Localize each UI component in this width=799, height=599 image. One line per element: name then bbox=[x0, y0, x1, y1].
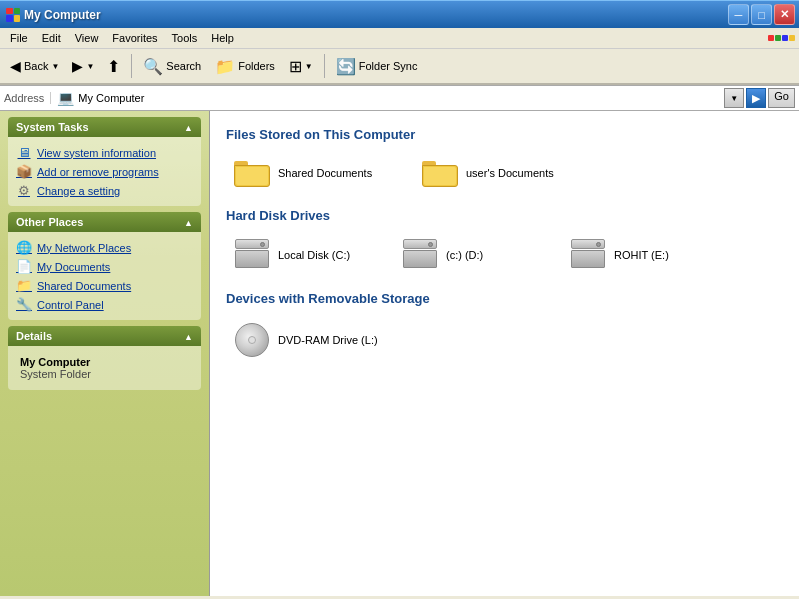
harddrives-grid: Local Disk (C:) (c:) (D:) RO bbox=[226, 235, 783, 275]
system-tasks-collapse-icon bbox=[184, 121, 193, 133]
close-button[interactable]: ✕ bbox=[774, 4, 795, 25]
address-dropdown-button[interactable]: ▼ bbox=[724, 88, 744, 108]
back-button[interactable]: ◀ Back ▼ bbox=[4, 52, 65, 80]
search-button[interactable]: 🔍 Search bbox=[137, 52, 207, 80]
back-dropdown-icon[interactable]: ▼ bbox=[51, 62, 59, 71]
shared-documents-label: Shared Documents bbox=[37, 280, 131, 292]
details-header[interactable]: Details bbox=[8, 326, 201, 346]
details-type: System Folder bbox=[14, 368, 195, 384]
sidebar: System Tasks 🖥 View system information 📦… bbox=[0, 111, 210, 596]
user-documents-item[interactable]: user's Documents bbox=[414, 154, 594, 192]
my-documents-label: My Documents bbox=[37, 261, 110, 273]
local-disk-c-label: Local Disk (C:) bbox=[278, 249, 350, 261]
folders-label: Folders bbox=[238, 60, 275, 72]
forward-dropdown-icon[interactable]: ▼ bbox=[86, 62, 94, 71]
menu-bar: File Edit View Favorites Tools Help bbox=[0, 28, 799, 49]
back-icon: ◀ bbox=[10, 58, 21, 74]
address-go-button[interactable]: Go bbox=[768, 88, 795, 108]
details-body: My Computer System Folder bbox=[8, 346, 201, 390]
title-bar: My Computer ─ □ ✕ bbox=[0, 0, 799, 28]
other-places-collapse-icon bbox=[184, 216, 193, 228]
computer-icon-small: 💻 bbox=[57, 90, 74, 106]
folders-button[interactable]: 📁 Folders bbox=[209, 52, 281, 80]
menu-file[interactable]: File bbox=[4, 30, 34, 46]
dvd-ram-icon bbox=[234, 322, 270, 358]
view-system-info-label: View system information bbox=[37, 147, 156, 159]
view-icon: ⊞ bbox=[289, 57, 302, 76]
up-icon: ⬆ bbox=[107, 57, 120, 76]
view-button[interactable]: ⊞ ▼ bbox=[283, 52, 319, 80]
address-bar: Address 💻 My Computer ▼ ▶ Go bbox=[0, 85, 799, 111]
change-setting-icon: ⚙ bbox=[16, 183, 32, 198]
menu-help[interactable]: Help bbox=[205, 30, 240, 46]
rohit-e-item[interactable]: ROHIT (E:) bbox=[562, 235, 722, 275]
add-remove-label: Add or remove programs bbox=[37, 166, 159, 178]
control-panel-link[interactable]: 🔧 Control Panel bbox=[14, 295, 195, 314]
dvd-ram-label: DVD-RAM Drive (L:) bbox=[278, 334, 378, 346]
control-panel-icon: 🔧 bbox=[16, 297, 32, 312]
up-button[interactable]: ⬆ bbox=[101, 52, 126, 80]
folder-sync-button[interactable]: 🔄 Folder Sync bbox=[330, 52, 424, 80]
change-setting-link[interactable]: ⚙ Change a setting bbox=[14, 181, 195, 200]
toolbar: ◀ Back ▼ ▶ ▼ ⬆ 🔍 Search 📁 Folders ⊞ ▼ 🔄 … bbox=[0, 49, 799, 85]
forward-icon: ▶ bbox=[72, 58, 83, 74]
system-tasks-label: System Tasks bbox=[16, 121, 89, 133]
forward-button[interactable]: ▶ ▼ bbox=[66, 52, 100, 80]
shared-documents-item[interactable]: Shared Documents bbox=[226, 154, 406, 192]
folders-icon: 📁 bbox=[215, 57, 235, 76]
menu-edit[interactable]: Edit bbox=[36, 30, 67, 46]
back-label: Back bbox=[24, 60, 48, 72]
view-system-info-link[interactable]: 🖥 View system information bbox=[14, 143, 195, 162]
system-tasks-body: 🖥 View system information 📦 Add or remov… bbox=[8, 137, 201, 206]
search-icon: 🔍 bbox=[143, 57, 163, 76]
folder-sync-label: Folder Sync bbox=[359, 60, 418, 72]
address-value: My Computer bbox=[78, 92, 144, 104]
toolbar-separator-1 bbox=[131, 54, 132, 78]
user-documents-label: user's Documents bbox=[466, 167, 554, 179]
shared-documents-link[interactable]: 📁 Shared Documents bbox=[14, 276, 195, 295]
window-title: My Computer bbox=[24, 8, 101, 22]
main-container: System Tasks 🖥 View system information 📦… bbox=[0, 111, 799, 596]
toolbar-separator-2 bbox=[324, 54, 325, 78]
address-go-arrow[interactable]: ▶ bbox=[746, 88, 766, 108]
removable-section-title: Devices with Removable Storage bbox=[226, 291, 783, 306]
local-disk-c-icon bbox=[234, 239, 270, 271]
removable-grid: DVD-RAM Drive (L:) bbox=[226, 318, 783, 362]
shared-documents-label: Shared Documents bbox=[278, 167, 372, 179]
other-places-label: Other Places bbox=[16, 216, 83, 228]
menu-tools[interactable]: Tools bbox=[166, 30, 204, 46]
maximize-button[interactable]: □ bbox=[751, 4, 772, 25]
search-label: Search bbox=[166, 60, 201, 72]
menu-favorites[interactable]: Favorites bbox=[106, 30, 163, 46]
files-section-title: Files Stored on This Computer bbox=[226, 127, 783, 142]
details-name: My Computer bbox=[14, 356, 195, 368]
system-tasks-header[interactable]: System Tasks bbox=[8, 117, 201, 137]
my-network-places-link[interactable]: 🌐 My Network Places bbox=[14, 238, 195, 257]
drive-d-icon bbox=[402, 239, 438, 271]
minimize-button[interactable]: ─ bbox=[728, 4, 749, 25]
my-documents-link[interactable]: 📄 My Documents bbox=[14, 257, 195, 276]
details-collapse-icon bbox=[184, 330, 193, 342]
files-grid: Shared Documents user's Documents bbox=[226, 154, 783, 192]
shared-documents-icon: 📁 bbox=[16, 278, 32, 293]
rohit-e-icon bbox=[570, 239, 606, 271]
other-places-section: Other Places 🌐 My Network Places 📄 My Do… bbox=[8, 212, 201, 320]
details-label: Details bbox=[16, 330, 52, 342]
dvd-ram-item[interactable]: DVD-RAM Drive (L:) bbox=[226, 318, 386, 362]
other-places-body: 🌐 My Network Places 📄 My Documents 📁 Sha… bbox=[8, 232, 201, 320]
network-places-icon: 🌐 bbox=[16, 240, 32, 255]
system-info-icon: 🖥 bbox=[16, 145, 32, 160]
menu-view[interactable]: View bbox=[69, 30, 105, 46]
my-documents-icon: 📄 bbox=[16, 259, 32, 274]
view-dropdown-icon[interactable]: ▼ bbox=[305, 62, 313, 71]
change-setting-label: Change a setting bbox=[37, 185, 120, 197]
harddrives-section-title: Hard Disk Drives bbox=[226, 208, 783, 223]
folder-sync-icon: 🔄 bbox=[336, 57, 356, 76]
add-remove-programs-link[interactable]: 📦 Add or remove programs bbox=[14, 162, 195, 181]
user-documents-folder-icon bbox=[422, 158, 458, 188]
local-disk-c-item[interactable]: Local Disk (C:) bbox=[226, 235, 386, 275]
drive-d-item[interactable]: (c:) (D:) bbox=[394, 235, 554, 275]
add-remove-icon: 📦 bbox=[16, 164, 32, 179]
details-section: Details My Computer System Folder bbox=[8, 326, 201, 390]
other-places-header[interactable]: Other Places bbox=[8, 212, 201, 232]
